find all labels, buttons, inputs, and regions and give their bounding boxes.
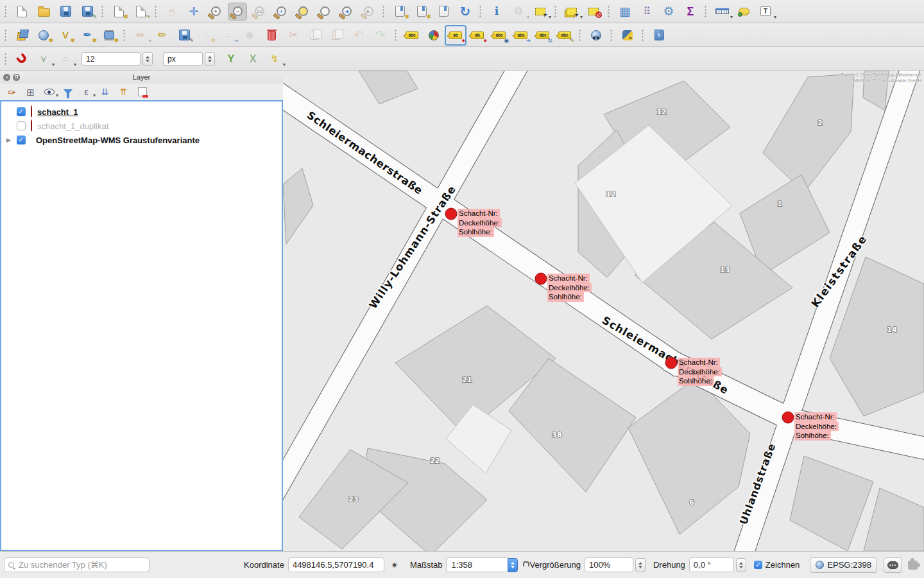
topological-editing[interactable]: Y (221, 50, 241, 68)
expand-all[interactable]: ⇊ (97, 85, 113, 99)
zoom-to-selection[interactable] (293, 3, 312, 21)
pan-to-selection[interactable]: ✛ (184, 3, 203, 21)
expand-arrow-icon[interactable]: ▶ (6, 137, 17, 143)
new-spatial-bookmark[interactable]: ✱ (390, 3, 409, 21)
filter-by-expression[interactable]: ε▾ (78, 85, 94, 99)
schacht-feature-marker[interactable] (535, 273, 547, 285)
add-wms-layer[interactable]: ✱ (34, 26, 53, 44)
coordinate-input[interactable] (288, 557, 384, 572)
filter-legend[interactable] (60, 85, 76, 99)
highlight-pinned-labels[interactable]: ab● (468, 26, 487, 44)
magnifier-spinbox[interactable] (585, 557, 646, 572)
zoom-full[interactable]: ✛ (271, 3, 291, 21)
show-hide-labels[interactable]: abc◉ (490, 26, 509, 44)
project-save[interactable] (56, 3, 75, 21)
processing-toolbox[interactable]: ⚙ (659, 3, 678, 21)
schacht-feature-marker[interactable] (445, 208, 457, 220)
magnifier-input[interactable] (585, 557, 633, 572)
refresh-map[interactable]: ↻ (456, 3, 475, 21)
new-memory-layer[interactable]: ✱ (99, 26, 119, 44)
osm-place-search[interactable] (586, 26, 606, 44)
locator-search-input[interactable] (17, 559, 145, 570)
zoom-last[interactable]: ◀ (337, 3, 356, 21)
panel-float-button[interactable] (13, 74, 20, 81)
locator-search[interactable] (4, 557, 150, 572)
layer-diagram-options[interactable] (424, 26, 443, 44)
combo-arrows-icon[interactable] (508, 558, 518, 572)
open-layer-styling-dock[interactable]: ✑ (4, 85, 20, 99)
identify-features[interactable]: ℹ (487, 3, 506, 21)
rotation-input[interactable] (689, 557, 734, 572)
spin-arrows-icon[interactable] (736, 558, 746, 572)
select-features-by-value[interactable]: ➤▾ (562, 3, 581, 21)
zoom-in[interactable]: + (206, 3, 225, 21)
project-open[interactable] (34, 3, 53, 21)
show-statistics[interactable]: Σ (681, 3, 700, 21)
statistical-summary-panel[interactable]: ⠿ (637, 3, 656, 21)
spin-arrows-icon[interactable] (635, 558, 646, 572)
snapping-units-value[interactable]: px (163, 52, 203, 66)
layer-tree-item-OpenStreetMap-WMS Graustufenvariante[interactable]: ▶OpenStreetMap-WMS Graustufenvariante (1, 133, 282, 147)
crs-status-button[interactable]: EPSG:2398 (810, 557, 877, 573)
layer-visibility-checkbox[interactable] (17, 121, 26, 130)
show-layout-manager[interactable]: ✑ (131, 3, 150, 21)
remove-layer[interactable] (134, 85, 150, 99)
schacht-feature-marker[interactable] (782, 412, 794, 423)
show-spatial-bookmarks[interactable]: ✱ (412, 3, 431, 21)
rotation-spinbox[interactable] (689, 557, 746, 572)
pin-unpin-labels[interactable]: ab● (446, 26, 465, 44)
rotate-label[interactable]: abc↻ (533, 26, 552, 44)
layer-tree-item-schacht_1_duplikat[interactable]: schacht_1_duplikat (1, 119, 282, 133)
new-print-layout[interactable]: ✱ (109, 3, 128, 21)
snapping-mode[interactable]: ⋎▾ (34, 50, 53, 68)
snapping-tolerance[interactable]: 12 (81, 52, 153, 66)
select-features[interactable]: ➤▾ (531, 3, 550, 21)
delete-selected[interactable] (262, 26, 281, 44)
extents-toggle-button[interactable]: ✴ (387, 557, 402, 573)
move-label[interactable]: abc➜ (511, 26, 531, 44)
add-vector-layer[interactable]: V✱ (56, 26, 75, 44)
schacht-feature-marker[interactable] (665, 357, 677, 369)
zoom-out[interactable]: − (228, 3, 247, 21)
layer-tree-item-schacht_1[interactable]: schacht_1 (1, 105, 282, 119)
python-console[interactable] (618, 26, 637, 44)
snapping-units[interactable]: px (163, 52, 215, 66)
deselect-features[interactable] (584, 3, 603, 21)
collapse-all[interactable]: ⇈ (116, 85, 132, 99)
project-save-as[interactable]: ✎ (78, 3, 97, 21)
enable-snapping[interactable] (12, 50, 31, 68)
snapping-on-intersection[interactable]: X (243, 50, 262, 68)
measure-line[interactable]: ▾ (712, 3, 732, 21)
toggle-editing[interactable]: ✏ (153, 26, 172, 44)
map-tips[interactable] (734, 3, 753, 21)
add-group[interactable]: ⊞ (22, 85, 38, 99)
help-contents[interactable]: ? (649, 26, 669, 44)
text-annotation[interactable]: T▾ (756, 3, 775, 21)
map-canvas[interactable]: 1221211314213862223SchleiermacherstraßeW… (283, 71, 924, 551)
layer-name[interactable]: schacht_1 (37, 107, 78, 117)
messages-button[interactable]: ••• (884, 557, 902, 573)
layer-name[interactable]: schacht_1_duplikat (37, 121, 108, 131)
open-data-source-manager[interactable] (12, 26, 31, 44)
zoom-to-layer[interactable] (315, 3, 334, 21)
open-attribute-table[interactable]: ▦ (615, 3, 635, 21)
save-layer-edits[interactable]: ✎ (175, 26, 194, 44)
panel-close-button[interactable]: × (3, 74, 10, 81)
new-shapefile-layer[interactable]: ✒✱ (78, 26, 97, 44)
spin-arrows-icon[interactable] (205, 52, 215, 66)
project-new[interactable] (12, 3, 31, 21)
layer-labeling-options[interactable]: abc (402, 26, 422, 44)
pan-map[interactable]: ☝ (162, 3, 182, 21)
render-checkbox[interactable] (754, 561, 762, 569)
show-bookmark-manager[interactable] (434, 3, 453, 21)
layer-name[interactable]: OpenStreetMap-WMS Graustufenvariante (36, 136, 200, 145)
scale-combo[interactable]: 1:358 (446, 557, 518, 572)
spin-arrows-icon[interactable] (142, 52, 153, 66)
snapping-tolerance-value[interactable]: 12 (81, 52, 141, 66)
enable-tracing[interactable]: ↯▾ (265, 50, 284, 68)
manage-map-themes[interactable]: ▾ (41, 85, 57, 99)
snapping-to-vertex[interactable]: ∴▾ (56, 50, 75, 68)
layer-visibility-checkbox[interactable] (17, 107, 26, 116)
change-label-properties[interactable]: abc✎ (555, 26, 574, 44)
layer-visibility-checkbox[interactable] (17, 136, 26, 144)
